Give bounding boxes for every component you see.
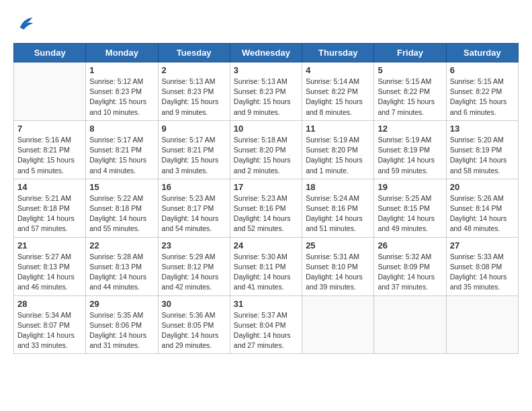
- day-number: 8: [89, 124, 154, 134]
- calendar-cell: 29Sunrise: 5:35 AMSunset: 8:06 PMDayligh…: [86, 295, 158, 354]
- day-number: 27: [450, 240, 515, 250]
- calendar-week-3: 14Sunrise: 5:21 AMSunset: 8:18 PMDayligh…: [14, 179, 519, 237]
- calendar-cell: 8Sunrise: 5:17 AMSunset: 8:21 PMDaylight…: [86, 120, 158, 179]
- calendar-week-4: 21Sunrise: 5:27 AMSunset: 8:13 PMDayligh…: [14, 237, 519, 295]
- calendar-cell: 23Sunrise: 5:29 AMSunset: 8:12 PMDayligh…: [158, 237, 230, 295]
- calendar-cell: 25Sunrise: 5:31 AMSunset: 8:10 PMDayligh…: [302, 237, 374, 295]
- day-number: 12: [378, 124, 442, 134]
- calendar-cell: 7Sunrise: 5:16 AMSunset: 8:21 PMDaylight…: [14, 120, 86, 179]
- day-number: 26: [378, 240, 442, 250]
- day-info: Sunrise: 5:37 AMSunset: 8:04 PMDaylight:…: [234, 310, 298, 351]
- day-info: Sunrise: 5:32 AMSunset: 8:09 PMDaylight:…: [378, 252, 442, 293]
- day-number: 14: [17, 182, 82, 192]
- calendar-cell: [374, 295, 446, 354]
- day-info: Sunrise: 5:17 AMSunset: 8:21 PMDaylight:…: [162, 135, 226, 176]
- day-info: Sunrise: 5:26 AMSunset: 8:14 PMDaylight:…: [450, 193, 515, 234]
- day-number: 7: [17, 124, 82, 134]
- day-info: Sunrise: 5:25 AMSunset: 8:15 PMDaylight:…: [378, 193, 442, 234]
- calendar-header: SundayMondayTuesdayWednesdayThursdayFrid…: [14, 44, 519, 62]
- weekday-header-tuesday: Tuesday: [158, 44, 230, 62]
- calendar-cell: 4Sunrise: 5:14 AMSunset: 8:22 PMDaylight…: [302, 62, 374, 121]
- calendar-cell: [302, 295, 374, 354]
- day-number: 11: [306, 124, 370, 134]
- day-number: 24: [234, 240, 298, 250]
- header: [13, 13, 519, 36]
- day-info: Sunrise: 5:28 AMSunset: 8:13 PMDaylight:…: [89, 252, 154, 293]
- calendar-week-5: 28Sunrise: 5:34 AMSunset: 8:07 PMDayligh…: [14, 295, 519, 354]
- weekday-header-friday: Friday: [374, 44, 446, 62]
- day-info: Sunrise: 5:15 AMSunset: 8:22 PMDaylight:…: [378, 77, 442, 118]
- day-info: Sunrise: 5:24 AMSunset: 8:16 PMDaylight:…: [306, 193, 370, 234]
- calendar-cell: 6Sunrise: 5:15 AMSunset: 8:22 PMDaylight…: [446, 62, 518, 121]
- day-number: 6: [450, 65, 515, 75]
- day-info: Sunrise: 5:16 AMSunset: 8:21 PMDaylight:…: [17, 135, 82, 176]
- day-info: Sunrise: 5:19 AMSunset: 8:20 PMDaylight:…: [306, 135, 370, 176]
- day-info: Sunrise: 5:14 AMSunset: 8:22 PMDaylight:…: [306, 77, 370, 118]
- day-number: 28: [17, 299, 82, 309]
- calendar-cell: 27Sunrise: 5:33 AMSunset: 8:08 PMDayligh…: [446, 237, 518, 295]
- day-info: Sunrise: 5:23 AMSunset: 8:17 PMDaylight:…: [162, 193, 226, 234]
- calendar-cell: 9Sunrise: 5:17 AMSunset: 8:21 PMDaylight…: [158, 120, 230, 179]
- weekday-header-saturday: Saturday: [446, 44, 518, 62]
- day-number: 3: [234, 65, 298, 75]
- day-number: 17: [234, 182, 298, 192]
- day-info: Sunrise: 5:29 AMSunset: 8:12 PMDaylight:…: [162, 252, 226, 293]
- weekday-header-monday: Monday: [86, 44, 158, 62]
- day-number: 20: [450, 182, 515, 192]
- day-number: 29: [89, 299, 154, 309]
- calendar-cell: 19Sunrise: 5:25 AMSunset: 8:15 PMDayligh…: [374, 179, 446, 237]
- day-number: 2: [162, 65, 226, 75]
- day-info: Sunrise: 5:19 AMSunset: 8:19 PMDaylight:…: [378, 135, 442, 176]
- calendar-cell: 20Sunrise: 5:26 AMSunset: 8:14 PMDayligh…: [446, 179, 518, 237]
- calendar-cell: 30Sunrise: 5:36 AMSunset: 8:05 PMDayligh…: [158, 295, 230, 354]
- day-number: 23: [162, 240, 226, 250]
- day-number: 30: [162, 299, 226, 309]
- day-number: 18: [306, 182, 370, 192]
- calendar-cell: 5Sunrise: 5:15 AMSunset: 8:22 PMDaylight…: [374, 62, 446, 121]
- calendar-cell: 22Sunrise: 5:28 AMSunset: 8:13 PMDayligh…: [86, 237, 158, 295]
- day-info: Sunrise: 5:30 AMSunset: 8:11 PMDaylight:…: [234, 252, 298, 293]
- day-number: 22: [89, 240, 154, 250]
- calendar-cell: 26Sunrise: 5:32 AMSunset: 8:09 PMDayligh…: [374, 237, 446, 295]
- calendar-cell: [14, 62, 86, 121]
- calendar-cell: 15Sunrise: 5:22 AMSunset: 8:18 PMDayligh…: [86, 179, 158, 237]
- day-number: 4: [306, 65, 370, 75]
- day-info: Sunrise: 5:13 AMSunset: 8:23 PMDaylight:…: [162, 77, 226, 118]
- day-number: 9: [162, 124, 226, 134]
- calendar-cell: 21Sunrise: 5:27 AMSunset: 8:13 PMDayligh…: [14, 237, 86, 295]
- logo: [13, 13, 35, 36]
- day-info: Sunrise: 5:34 AMSunset: 8:07 PMDaylight:…: [17, 310, 82, 351]
- calendar-cell: 18Sunrise: 5:24 AMSunset: 8:16 PMDayligh…: [302, 179, 374, 237]
- calendar-week-2: 7Sunrise: 5:16 AMSunset: 8:21 PMDaylight…: [14, 120, 519, 179]
- calendar-cell: 24Sunrise: 5:30 AMSunset: 8:11 PMDayligh…: [230, 237, 302, 295]
- calendar-cell: 12Sunrise: 5:19 AMSunset: 8:19 PMDayligh…: [374, 120, 446, 179]
- calendar-cell: 11Sunrise: 5:19 AMSunset: 8:20 PMDayligh…: [302, 120, 374, 179]
- day-info: Sunrise: 5:35 AMSunset: 8:06 PMDaylight:…: [89, 310, 154, 351]
- day-info: Sunrise: 5:23 AMSunset: 8:16 PMDaylight:…: [234, 193, 298, 234]
- calendar-cell: 28Sunrise: 5:34 AMSunset: 8:07 PMDayligh…: [14, 295, 86, 354]
- calendar-cell: 14Sunrise: 5:21 AMSunset: 8:18 PMDayligh…: [14, 179, 86, 237]
- day-info: Sunrise: 5:21 AMSunset: 8:18 PMDaylight:…: [17, 193, 82, 234]
- day-info: Sunrise: 5:20 AMSunset: 8:19 PMDaylight:…: [450, 135, 515, 176]
- day-number: 5: [378, 65, 442, 75]
- calendar-cell: 31Sunrise: 5:37 AMSunset: 8:04 PMDayligh…: [230, 295, 302, 354]
- day-info: Sunrise: 5:13 AMSunset: 8:23 PMDaylight:…: [234, 77, 298, 118]
- day-info: Sunrise: 5:18 AMSunset: 8:20 PMDaylight:…: [234, 135, 298, 176]
- calendar-cell: 3Sunrise: 5:13 AMSunset: 8:23 PMDaylight…: [230, 62, 302, 121]
- day-number: 21: [17, 240, 82, 250]
- day-info: Sunrise: 5:27 AMSunset: 8:13 PMDaylight:…: [17, 252, 82, 293]
- weekday-header-wednesday: Wednesday: [230, 44, 302, 62]
- day-number: 1: [89, 65, 154, 75]
- logo-bird-icon: [15, 13, 35, 34]
- day-number: 19: [378, 182, 442, 192]
- calendar-table: SundayMondayTuesdayWednesdayThursdayFrid…: [13, 43, 519, 354]
- calendar-cell: 2Sunrise: 5:13 AMSunset: 8:23 PMDaylight…: [158, 62, 230, 121]
- day-info: Sunrise: 5:31 AMSunset: 8:10 PMDaylight:…: [306, 252, 370, 293]
- day-number: 16: [162, 182, 226, 192]
- day-number: 31: [234, 299, 298, 309]
- calendar-cell: 10Sunrise: 5:18 AMSunset: 8:20 PMDayligh…: [230, 120, 302, 179]
- day-number: 15: [89, 182, 154, 192]
- day-number: 13: [450, 124, 515, 134]
- calendar-cell: 16Sunrise: 5:23 AMSunset: 8:17 PMDayligh…: [158, 179, 230, 237]
- calendar-cell: 17Sunrise: 5:23 AMSunset: 8:16 PMDayligh…: [230, 179, 302, 237]
